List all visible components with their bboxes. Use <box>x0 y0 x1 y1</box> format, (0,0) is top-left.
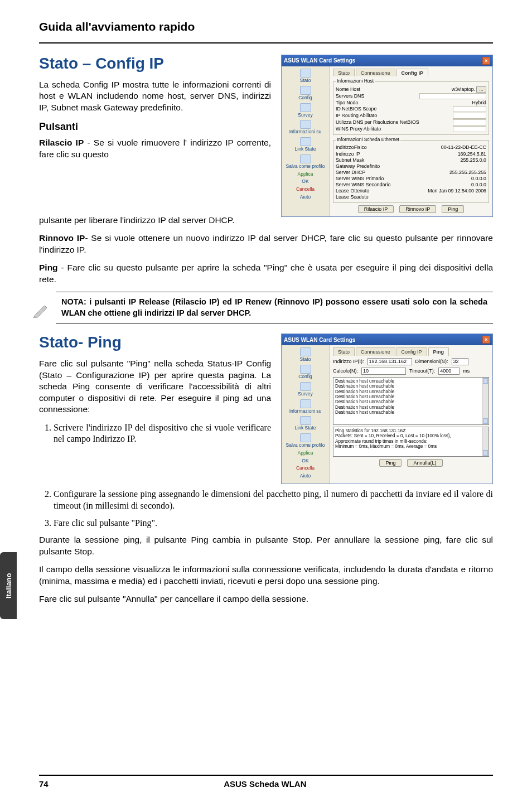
sidebar-label-ok: OK <box>302 178 308 184</box>
nome-host-k: Nome Host <box>336 86 360 93</box>
ping-sidebar: Stato Config Survey Informazioni su Link… <box>282 345 330 484</box>
survey-icon <box>300 103 311 112</box>
ping-stats[interactable]: Ping statistics for 192.168.131.162: Pac… <box>333 427 489 457</box>
sidebar-label-applica: Applica <box>298 171 313 177</box>
page-number: 74 <box>39 779 49 789</box>
subnet-v: 255.255.0.0 <box>461 157 486 163</box>
sidebar-item-cancella[interactable]: Cancella <box>283 187 328 192</box>
servers-dns-v <box>419 93 486 99</box>
pulsanti-heading: Pulsanti <box>39 121 271 133</box>
steps-list-cont: Configurare la sessione ping assegnando … <box>39 489 493 529</box>
dim-input[interactable] <box>452 358 468 365</box>
configip-titlebar[interactable]: ASUS WLAN Card Settings × <box>282 55 492 66</box>
dns-netbios-k: Utilizza DNS per Risoluzione NetBIOS <box>336 119 419 125</box>
mac-k: IndirizzoFisico <box>336 144 367 150</box>
sidebar-item-linkstate[interactable]: Link State <box>283 137 328 152</box>
scroll-up-icon[interactable] <box>483 378 488 384</box>
rilascio-ip-button[interactable]: Rilascio IP <box>358 205 394 213</box>
timeout-input[interactable] <box>438 368 460 375</box>
tab-connessione[interactable]: Connessione <box>356 347 395 355</box>
sidebar-label-aiuto: Aiuto <box>300 194 311 200</box>
tab-configip[interactable]: Config IP <box>396 69 429 76</box>
wins1-k: Server WINS Primario <box>336 176 384 181</box>
linkstate-icon <box>300 416 311 425</box>
close-icon[interactable]: × <box>482 57 490 65</box>
sidebar-item-config[interactable]: Config <box>283 365 328 380</box>
sidebar-item-applica[interactable]: Applica <box>283 451 328 456</box>
sidebar-item-salva[interactable]: Salva come profilo <box>283 154 328 170</box>
stat-line: Packets: Sent = 10, Received = 0, Lost =… <box>335 433 487 438</box>
sidebar-label-linkstate: Link State <box>295 146 316 152</box>
rinnovo-p: Rinnovo IP- Se si vuole ottenere un nuov… <box>39 233 493 255</box>
section1-title: Stato – Config IP <box>39 55 271 73</box>
wins1-v: 0.0.0.0 <box>471 176 486 181</box>
scroll-down-icon[interactable] <box>483 418 488 424</box>
footer-spacer <box>482 779 493 789</box>
sidebar-label-linkstate: Link State <box>295 425 316 431</box>
sidebar-item-ok[interactable]: OK <box>283 179 328 185</box>
rinnovo-ip-button[interactable]: Rinnovo IP <box>399 205 436 213</box>
ping-action-button[interactable]: Ping <box>379 459 402 467</box>
sidebar-label-ok: OK <box>302 458 308 463</box>
tab-stato[interactable]: Stato <box>333 69 355 76</box>
sidebar-label-stato: Stato <box>300 356 311 362</box>
rilascio-runin: Rilascio IP <box>39 138 84 147</box>
step-1: Scrivere l'indirizzo IP del dispositivo … <box>54 422 271 446</box>
sidebar-item-applica[interactable]: Applica <box>283 172 328 177</box>
pencil-icon <box>32 301 49 318</box>
sidebar-item-info[interactable]: Informazioni su <box>283 120 328 135</box>
sidebar-item-aiuto[interactable]: Aiuto <box>283 474 328 479</box>
tab-connessione[interactable]: Connessione <box>356 69 395 76</box>
config-icon <box>300 365 311 374</box>
sidebar-item-info[interactable]: Informazioni su <box>283 399 328 414</box>
sidebar-item-cancella[interactable]: Cancella <box>283 466 328 471</box>
ping-titlebar[interactable]: ASUS WLAN Card Settings × <box>282 334 492 345</box>
sidebar-label-aiuto: Aiuto <box>300 473 311 479</box>
scroll-down-icon[interactable] <box>483 450 488 456</box>
configip-sidebar: Stato Config Survey Informazioni su Link… <box>282 66 330 216</box>
sidebar-item-linkstate[interactable]: Link State <box>283 416 328 431</box>
save-icon <box>300 433 311 442</box>
tab-configip[interactable]: Config IP <box>396 347 427 355</box>
sidebar-item-survey[interactable]: Survey <box>283 382 328 397</box>
eth-legend: Informazioni Scheda Ethernet <box>336 137 400 143</box>
annulla-button[interactable]: Annulla(L) <box>407 459 442 467</box>
wins-proxy-v <box>453 126 486 132</box>
save-icon <box>300 154 311 163</box>
sidebar-item-aiuto[interactable]: Aiuto <box>283 195 328 200</box>
sidebar-label-info: Informazioni su <box>289 129 322 134</box>
sidebar-item-stato[interactable]: Stato <box>283 347 328 363</box>
config-icon <box>300 86 311 95</box>
dhcp-k: Server DHCP <box>336 170 365 175</box>
ip-input[interactable] <box>367 358 412 365</box>
ip-k: Indirizzo IP <box>336 151 360 157</box>
linkstate-icon <box>300 137 311 146</box>
close-icon[interactable]: × <box>482 336 490 344</box>
scrollbar[interactable] <box>482 427 489 456</box>
wins-proxy-k: WINS Proxy Abilitato <box>336 126 381 132</box>
scrollbar[interactable] <box>482 378 489 424</box>
sidebar-label-config: Config <box>298 374 312 379</box>
ping-p: Ping - Fare clic su questo pulsante per … <box>39 262 493 285</box>
note-box: NOTA: i pulsanti IP Release (Rilascio IP… <box>56 292 493 323</box>
log-line: Destination host unreachable <box>335 389 487 394</box>
subnet-k: Subnet Mask <box>336 157 364 163</box>
footer: 74 ASUS Scheda WLAN <box>39 775 493 789</box>
wins2-v: 0.0.0.0 <box>471 182 486 187</box>
ping-button[interactable]: Ping <box>442 205 464 213</box>
ip-routing-k: IP Routing Abilitato <box>336 113 377 119</box>
sidebar-label-applica: Applica <box>298 450 313 456</box>
browse-button[interactable]: … <box>476 86 486 93</box>
sidebar-item-config[interactable]: Config <box>283 86 328 101</box>
wins2-k: Server WINS Secondario <box>336 182 390 187</box>
configip-title: ASUS WLAN Card Settings <box>284 57 355 64</box>
sidebar-item-stato[interactable]: Stato <box>283 69 328 84</box>
tab-ping[interactable]: Ping <box>428 347 449 355</box>
ping-log[interactable]: Destination host unreachable Destination… <box>333 377 489 425</box>
sidebar-item-salva[interactable]: Salva come profilo <box>283 433 328 448</box>
sidebar-item-ok[interactable]: OK <box>283 458 328 464</box>
sidebar-item-survey[interactable]: Survey <box>283 103 328 118</box>
calc-input[interactable] <box>361 368 406 375</box>
tipo-nodo-k: Tipo Nodo <box>336 100 358 105</box>
tab-stato[interactable]: Stato <box>333 347 355 355</box>
